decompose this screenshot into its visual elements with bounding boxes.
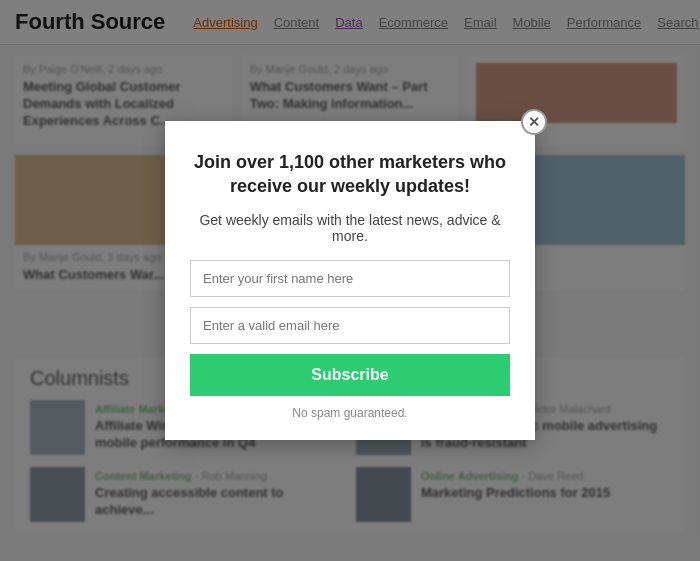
modal-title: Join over 1,100 other marketers who rece… (190, 151, 510, 198)
email-input[interactable] (190, 307, 510, 344)
subscribe-button[interactable]: Subscribe (190, 354, 510, 396)
firstname-input[interactable] (190, 260, 510, 297)
modal-close-button[interactable]: ✕ (521, 109, 547, 135)
modal-overlay[interactable]: ✕ Join over 1,100 other marketers who re… (0, 0, 700, 561)
subscribe-modal: ✕ Join over 1,100 other marketers who re… (165, 121, 535, 440)
no-spam-text: No spam guaranteed. (190, 406, 510, 420)
modal-subtitle: Get weekly emails with the latest news, … (190, 212, 510, 244)
